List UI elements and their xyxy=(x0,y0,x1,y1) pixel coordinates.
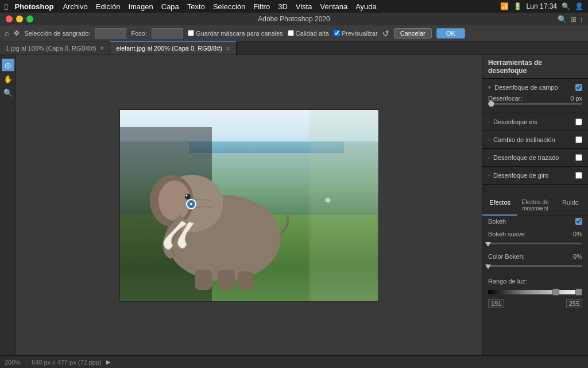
menu-archivo[interactable]: Archivo xyxy=(63,2,87,11)
blur-slider-thumb[interactable] xyxy=(488,101,494,107)
section-campo: ▾ Desenfoque de campo Desenfocar: 0 px xyxy=(482,79,588,113)
panel-title: Herramientas de desenfoque xyxy=(488,59,582,75)
bokeh-checkbox[interactable] xyxy=(575,218,582,225)
bokeh-suave-thumb[interactable] xyxy=(485,242,491,247)
section-iris-header[interactable]: › Desenfoque iris xyxy=(482,117,588,127)
close-button[interactable] xyxy=(6,16,13,22)
menu-ventana[interactable]: Ventana xyxy=(320,2,347,11)
share-icon[interactable]: ↑ xyxy=(580,15,584,24)
svg-rect-7 xyxy=(218,270,235,290)
menu-filtro[interactable]: Filtro xyxy=(253,2,270,11)
color-bokeh-value: 0% xyxy=(573,253,582,260)
trazado-checkbox[interactable] xyxy=(575,154,582,161)
tab-1jpg-close[interactable]: × xyxy=(100,44,105,52)
range-max-handle[interactable] xyxy=(575,289,582,296)
foco-input[interactable] xyxy=(152,28,183,39)
user-icon[interactable]: 👤 xyxy=(575,2,583,10)
calidad-alta-check[interactable]: Calidad alta xyxy=(288,30,329,37)
calidad-alta-checkbox[interactable] xyxy=(288,30,294,36)
iris-checkbox[interactable] xyxy=(575,118,582,125)
right-panel: Herramientas de desenfoque ▾ Desenfoque … xyxy=(482,55,588,355)
blur-overlay xyxy=(310,110,378,301)
hand-tool[interactable]: ✋ xyxy=(2,72,14,85)
campo-checkbox[interactable] xyxy=(575,84,582,91)
reset-icon[interactable]: ↺ xyxy=(382,29,389,38)
section-trazado: › Desenfoque de trazado xyxy=(482,149,588,167)
canvas-container xyxy=(119,109,379,302)
cancel-button[interactable]: Cancelar xyxy=(394,28,432,39)
menu-ayuda[interactable]: Ayuda xyxy=(355,2,377,11)
menu-edicion[interactable]: Edición xyxy=(96,2,121,11)
previsualizar-checkbox[interactable] xyxy=(334,30,340,36)
sangrado-label: Selección de sangrado: xyxy=(24,30,90,37)
apple-icon[interactable]:  xyxy=(5,2,7,12)
range-min-value[interactable]: 191 xyxy=(488,299,504,308)
tab-elefant-close[interactable]: × xyxy=(226,44,230,53)
menu-capa[interactable]: Capa xyxy=(161,2,179,11)
campo-title: Desenfoque de campo xyxy=(494,84,572,91)
menu-imagen[interactable]: Imagen xyxy=(128,2,153,11)
search-icon[interactable]: 🔍 xyxy=(562,2,570,10)
search-title-icon[interactable]: 🔍 xyxy=(558,15,567,24)
window-controls[interactable]: ⊞ xyxy=(570,15,577,24)
range-values: 191 255 xyxy=(482,298,588,309)
blur-value: 0 px xyxy=(570,95,582,102)
wifi-icon: 📶 xyxy=(500,2,509,10)
rango-slider-container xyxy=(482,286,588,298)
tab-efectos[interactable]: Efectos xyxy=(482,196,517,216)
guardar-mascara-check[interactable]: Guardar máscara para canales xyxy=(188,30,283,37)
chevron-right-icon: › xyxy=(488,119,490,125)
bokeh-suave-slider[interactable] xyxy=(488,243,582,244)
menu-texto[interactable]: Texto xyxy=(187,2,205,11)
blur-pin-1[interactable] xyxy=(186,199,196,209)
guardar-mascara-checkbox[interactable] xyxy=(188,30,194,36)
menu-seleccion[interactable]: Selección xyxy=(213,2,245,11)
bokeh-suave-row: Bokeh suave: 0% xyxy=(482,229,588,239)
status-arrow[interactable]: ▶ xyxy=(106,359,111,365)
range-max-value[interactable]: 255 xyxy=(566,299,582,308)
section-giro: › Desenfoque de giro xyxy=(482,167,588,185)
section-iris: › Desenfoque iris xyxy=(482,113,588,131)
image-info: 640 px x 477 px (72 ppp) xyxy=(32,359,102,366)
inclinacion-checkbox[interactable] xyxy=(575,136,582,143)
ok-button[interactable]: OK xyxy=(436,28,465,39)
section-giro-header[interactable]: › Desenfoque de giro xyxy=(482,170,588,181)
color-bokeh-slider[interactable] xyxy=(488,265,582,267)
tab-ruido[interactable]: Ruido xyxy=(553,196,588,216)
previsualizar-check[interactable]: Previsualizar xyxy=(334,30,378,37)
bokeh-row: Bokeh xyxy=(482,216,588,227)
section-inclinacion-header[interactable]: › Cambio de inclinación xyxy=(482,135,588,145)
separator: | xyxy=(25,359,27,366)
canvas-area xyxy=(16,55,482,355)
svg-rect-8 xyxy=(238,271,254,290)
sangrado-input[interactable] xyxy=(95,28,126,39)
tab-elefant[interactable]: elefant.jpg al 200% (Capa 0, RGB/8#) × xyxy=(110,41,236,55)
maximize-button[interactable] xyxy=(26,16,33,22)
section-trazado-header[interactable]: › Desenfoque de trazado xyxy=(482,152,588,163)
minimize-button[interactable] xyxy=(16,16,23,22)
menu-vista[interactable]: Vista xyxy=(296,2,312,11)
menu-items: Archivo Edición Imagen Capa Texto Selecc… xyxy=(63,2,376,11)
chevron-right-icon4: › xyxy=(488,172,490,178)
options-bar: ⌂ ✥ Selección de sangrado: Foco: Guardar… xyxy=(0,25,588,41)
move-icon[interactable]: ✥ xyxy=(14,29,20,37)
effects-tabs: Efectos Efectos de movimient Ruido xyxy=(482,196,588,216)
menu-3d[interactable]: 3D xyxy=(278,2,288,11)
color-bokeh-thumb[interactable] xyxy=(485,264,491,269)
giro-checkbox[interactable] xyxy=(575,172,582,179)
inclinacion-title: Cambio de inclinación xyxy=(493,136,572,143)
canvas-image[interactable] xyxy=(119,109,379,302)
blur-tool[interactable]: ◎ xyxy=(2,59,14,71)
blur-pin-2[interactable] xyxy=(326,198,330,202)
chevron-down-icon: ▾ xyxy=(488,85,491,90)
menu-bar:  Photoshop Archivo Edición Imagen Capa … xyxy=(0,0,588,13)
blur-slider-track[interactable] xyxy=(488,103,582,105)
tab-1jpg[interactable]: 1.jpg al 100% (Capa 0, RGB/8#) × xyxy=(0,41,110,55)
range-luz-slider[interactable] xyxy=(488,290,582,294)
svg-point-4 xyxy=(185,194,191,200)
tab-efectos-movimiento[interactable]: Efectos de movimient xyxy=(517,196,552,216)
zoom-tool[interactable]: 🔍 xyxy=(2,86,14,99)
section-campo-header[interactable]: ▾ Desenfoque de campo xyxy=(482,82,588,93)
range-min-handle[interactable] xyxy=(552,289,559,296)
home-icon[interactable]: ⌂ xyxy=(5,29,9,38)
